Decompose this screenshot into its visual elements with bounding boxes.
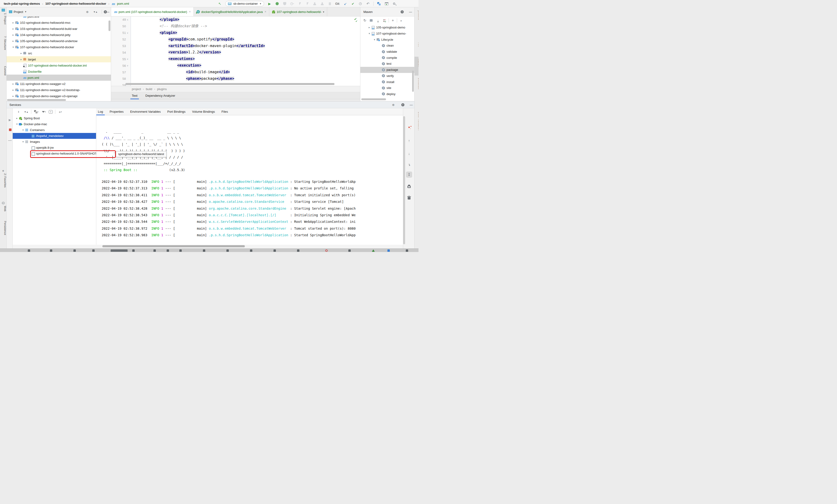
tree-row-deploy[interactable]: deploy [360, 91, 414, 97]
hide-panel-icon[interactable]: — [408, 9, 413, 14]
close-icon[interactable]: × [264, 10, 266, 13]
tree-row-111-springboot-demo-swagger-v3-openapi[interactable]: ▸111-springboot-demo-swagger-v3-openapi [6, 93, 111, 99]
fold-marker-icon[interactable]: ∨ [126, 58, 129, 60]
hide-panel-icon[interactable]: — [409, 102, 414, 107]
tree-chevron-icon[interactable]: ▾ [373, 38, 376, 41]
editor-horizontal-scrollbar[interactable] [125, 83, 335, 85]
tree-chevron-icon[interactable]: ▸ [368, 26, 371, 29]
container-log-output[interactable]: . ____ _ __ _ _ /\\ / ___'_ __ _ _(_)_ _… [96, 115, 403, 245]
toolstrip-database[interactable]: Database [415, 78, 418, 89]
taskbar-icon[interactable] [154, 249, 156, 252]
close-icon[interactable]: × [189, 10, 191, 13]
maven-vertical-scrollbar[interactable] [412, 71, 414, 92]
taskbar-icon[interactable] [50, 249, 52, 252]
navigate-back-icon[interactable]: ↖ [218, 2, 222, 6]
tree-row-target[interactable]: ▸target [6, 56, 111, 62]
tree-row-pom-xml[interactable]: mpom.xml [6, 16, 111, 20]
reload-maven-icon[interactable]: ↻ [362, 18, 368, 23]
tab-environment-variables[interactable]: Environment Variables [130, 110, 161, 113]
project-panel-title[interactable]: Project [14, 10, 23, 14]
tree-row-src[interactable]: ▸src [6, 50, 111, 56]
tree-row-images[interactable]: ▾Images [13, 139, 96, 145]
tree-row-107-springboot-demo-helloworld-docker-im[interactable]: 107-springboot-demo-helloworld-docker.im… [6, 62, 111, 69]
tree-chevron-icon[interactable]: ▸ [11, 82, 15, 85]
breadcrumb-module[interactable]: 107-springboot-demo-helloworld-docker [45, 2, 106, 5]
collapse-all-icon[interactable]: ▼▲ [93, 9, 98, 14]
stop-service-icon[interactable] [8, 127, 12, 133]
run-configuration-select[interactable]: sb-demo-container ▼ [225, 1, 264, 6]
inspections-ok-icon[interactable]: ✔✔ [354, 17, 358, 23]
tree-chevron-icon[interactable]: ▸ [15, 117, 19, 120]
maven-panel-title[interactable]: Maven [363, 10, 373, 14]
tab-springboot-application[interactable]: C docker/SpringBootHelloWorldApplication… [194, 7, 269, 16]
toggle-versions-icon[interactable]: v.xlv.y [382, 18, 387, 23]
up-stack-icon[interactable]: ↑ [406, 138, 412, 144]
tree-chevron-icon[interactable]: ▸ [11, 27, 15, 30]
taskbar-icon[interactable] [203, 249, 205, 252]
start-service-icon[interactable]: ▶ [8, 117, 12, 123]
toolstrip-persistence[interactable]: Persistence [0, 221, 6, 235]
toolstrip-favorites[interactable]: 2: Favorites [0, 174, 6, 187]
expand-all-icon[interactable]: ⇕ [16, 109, 21, 114]
tree-row-dockerfile[interactable]: Dockerfile [6, 69, 111, 75]
taskbar-icon[interactable] [297, 249, 299, 252]
filter-icon[interactable]: ▾ [41, 109, 47, 114]
tree-row-site[interactable]: site [360, 85, 414, 91]
code-line-49[interactable]: </plugin> [133, 16, 357, 23]
debug-button[interactable] [275, 2, 279, 6]
collapse-all-icon[interactable]: ▼▲ [23, 109, 29, 114]
taskbar-icon[interactable] [132, 249, 135, 252]
toolstrip-maven[interactable]: Maven [415, 59, 418, 67]
group-by-icon[interactable]: ▾ [34, 109, 39, 114]
taskbar-icon[interactable] [167, 249, 169, 252]
tree-chevron-icon[interactable]: ▸ [11, 33, 15, 36]
fold-marker-icon[interactable]: ∧ [126, 19, 129, 21]
toolstrip-structure[interactable]: 7: Structure [0, 36, 6, 50]
search-everywhere-icon[interactable] [392, 2, 396, 6]
taskbar-icon[interactable] [250, 249, 252, 252]
clear-log-icon[interactable] [406, 195, 412, 201]
taskbar-icon[interactable] [227, 249, 229, 252]
taskbar-icon[interactable] [273, 249, 276, 252]
code-line-50[interactable]: <!-- 构建docker镜像 --> [133, 23, 357, 30]
print-icon[interactable] [406, 184, 412, 190]
maven-horizontal-scrollbar[interactable] [361, 98, 386, 100]
code-line-54[interactable]: <version>1.2.2</version> [133, 49, 357, 56]
code-line-56[interactable]: <execution> [133, 62, 357, 69]
tree-row-107-springboot-demo-[interactable]: ▾107-springboot-demo- [360, 31, 414, 37]
tree-row-test[interactable]: test [360, 61, 414, 67]
tree-row-package[interactable]: package [360, 67, 414, 73]
tree-row-spring-boot[interactable]: ▸Spring Boot [13, 115, 96, 121]
locate-file-icon[interactable]: ⊕ [85, 9, 90, 14]
tree-chevron-icon[interactable]: ▸ [19, 52, 23, 55]
toolstrip-bean-validation[interactable]: Bean Validation [415, 112, 418, 131]
fold-marker-icon[interactable]: ∨ [126, 32, 129, 34]
soft-wrap-icon[interactable]: ↴ [406, 162, 412, 168]
crumb-plugins[interactable]: plugins [157, 87, 167, 91]
history-icon[interactable] [358, 2, 362, 6]
chevron-down-icon[interactable]: ▾ [323, 11, 324, 13]
scroll-to-end-icon[interactable]: ↧ [406, 172, 412, 178]
taskbar-blue-icon[interactable] [388, 249, 390, 252]
tree-chevron-icon[interactable]: ▾ [21, 140, 25, 143]
taskbar-record-icon[interactable] [325, 249, 328, 252]
tree-row-clean[interactable]: clean [360, 42, 414, 49]
remove-service-icon[interactable]: — [8, 137, 12, 143]
tree-row-105-springboot-demo[interactable]: ▸105-springboot-demo [360, 24, 414, 31]
crumb-build[interactable]: build [146, 87, 152, 91]
project-horizontal-scrollbar[interactable] [7, 99, 66, 101]
add-service-icon[interactable]: +▾ [58, 109, 63, 114]
tree-chevron-icon[interactable]: ▸ [11, 88, 15, 92]
tree-row-111-springboot-demo-swagger-v2[interactable]: ▸111-springboot-demo-swagger-v2 [6, 81, 111, 87]
taskbar-icon[interactable] [406, 249, 408, 252]
editor-code[interactable]: </plugin><!-- 构建docker镜像 --><plugin><gro… [133, 16, 357, 86]
add-maven-project-icon[interactable]: + [390, 18, 395, 23]
tree-row-lifecycle[interactable]: ▾Lifecycle [360, 36, 414, 42]
tree-row-103-springboot-demo-helloworld-build-war[interactable]: ▸103-springboot-demo-helloworld-build-wa… [6, 26, 111, 32]
tree-row-104-springboot-demo-helloworld-jetty[interactable]: ▸104-springboot-demo-helloworld-jetty [6, 32, 111, 38]
tree-row-105-springboot-demo-helloworld-undertow[interactable]: ▸105-springboot-demo-helloworld-undertow [6, 38, 111, 44]
taskbar-active-icon[interactable] [111, 249, 128, 252]
tree-row-111-springboot-demo-swagger-v2-bootstrap[interactable]: ▸111-springboot-demo-swagger-v2-bootstra… [6, 87, 111, 93]
toolstrip-web[interactable]: Web [0, 206, 6, 211]
project-structure-icon[interactable] [377, 2, 381, 6]
